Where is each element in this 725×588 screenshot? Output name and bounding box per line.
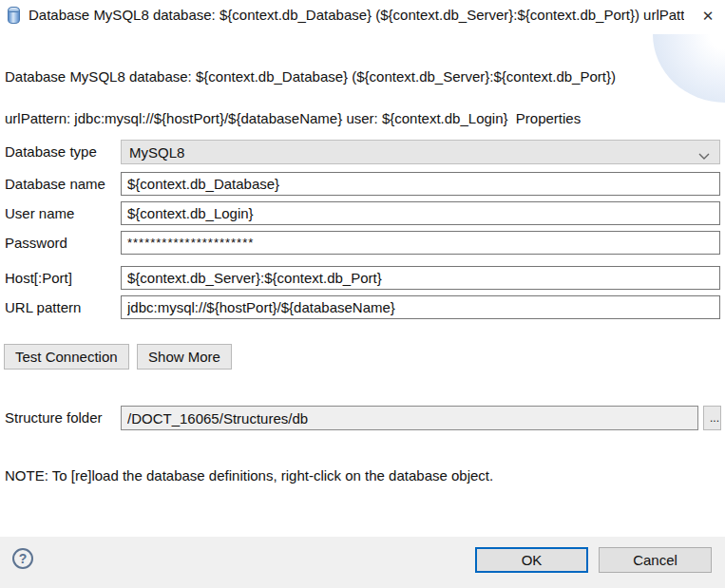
connection-buttons: Test Connection Show More bbox=[4, 344, 725, 370]
host-port-input[interactable] bbox=[121, 266, 720, 290]
database-type-label: Database type bbox=[5, 140, 97, 164]
titlebar: Database MySQL8 database: ${context.db_D… bbox=[0, 0, 725, 30]
banner-description: Database MySQL8 database: ${context.db_D… bbox=[5, 66, 632, 129]
test-connection-button[interactable]: Test Connection bbox=[4, 344, 129, 370]
user-name-input[interactable] bbox=[121, 201, 720, 225]
dialog-title: Database MySQL8 database: ${context.db_D… bbox=[29, 7, 684, 23]
structure-folder-input[interactable] bbox=[121, 406, 698, 430]
note-text: NOTE: To [re]load the database definitio… bbox=[5, 467, 493, 484]
show-more-button[interactable]: Show More bbox=[137, 344, 232, 370]
database-name-label: Database name bbox=[5, 172, 105, 196]
password-input[interactable] bbox=[121, 231, 720, 255]
banner-line2: urlPattern: jdbc:mysql://${hostPort}/${d… bbox=[5, 110, 581, 126]
user-name-label: User name bbox=[5, 201, 74, 225]
help-icon[interactable]: ? bbox=[12, 548, 33, 569]
structure-folder-label: Structure folder bbox=[5, 406, 103, 430]
footer-bar: ? OK Cancel bbox=[0, 537, 725, 588]
database-name-input[interactable] bbox=[121, 172, 720, 196]
banner-line1: Database MySQL8 database: ${context.db_D… bbox=[5, 68, 616, 85]
cancel-button[interactable]: Cancel bbox=[599, 547, 712, 573]
host-port-label: Host[:Port] bbox=[5, 266, 72, 290]
database-type-value: MySQL8 bbox=[129, 144, 184, 161]
close-icon[interactable]: ✕ bbox=[696, 5, 719, 28]
chevron-down-icon bbox=[698, 147, 710, 163]
database-type-select[interactable]: MySQL8 bbox=[121, 140, 720, 164]
ok-button[interactable]: OK bbox=[475, 547, 588, 573]
header-banner: Database MySQL8 database: ${context.db_D… bbox=[0, 30, 725, 123]
url-pattern-input[interactable] bbox=[121, 295, 720, 319]
browse-button[interactable]: ... bbox=[703, 406, 721, 430]
url-pattern-label: URL pattern bbox=[5, 295, 81, 319]
password-label: Password bbox=[5, 231, 67, 255]
database-icon bbox=[8, 7, 20, 24]
database-properties-dialog: Database MySQL8 database: ${context.db_D… bbox=[0, 0, 725, 588]
banner-curve-decoration bbox=[653, 34, 725, 103]
